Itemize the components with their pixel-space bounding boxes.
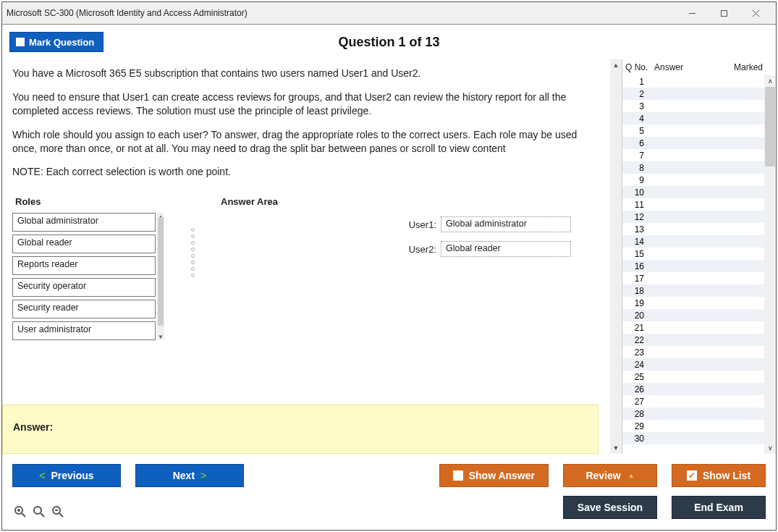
sidebar-row[interactable]: 16: [622, 260, 776, 272]
sidebar-row[interactable]: 12: [622, 211, 776, 223]
sidebar-row[interactable]: 30: [622, 432, 776, 444]
row-number: 26: [625, 384, 647, 394]
col-qno: Q No.: [625, 62, 654, 72]
question-list-sidebar: Q No. Answer Marked 12345678910111213141…: [622, 59, 776, 454]
role-item[interactable]: Global reader: [12, 235, 156, 253]
scroll-thumb[interactable]: [158, 217, 164, 326]
svg-point-8: [34, 507, 41, 514]
row-number: 6: [625, 138, 647, 148]
sidebar-row[interactable]: 9: [622, 174, 776, 186]
sidebar-row[interactable]: 29: [622, 420, 776, 432]
close-button[interactable]: [740, 2, 771, 24]
question-scrollbar[interactable]: ▲ ▼: [610, 59, 622, 454]
sidebar-row[interactable]: 6: [622, 137, 776, 149]
drop-row: User1: Global administrator: [409, 216, 571, 232]
sidebar-row[interactable]: 15: [622, 248, 776, 260]
sidebar-row[interactable]: 27: [622, 395, 776, 408]
row-number: 9: [625, 175, 647, 185]
scroll-up-icon[interactable]: ∧: [764, 75, 776, 87]
sidebar-row[interactable]: 23: [622, 346, 776, 358]
sidebar-row[interactable]: 1: [622, 75, 776, 88]
sidebar-row[interactable]: 5: [622, 124, 776, 137]
show-answer-button[interactable]: Show Answer: [439, 464, 549, 487]
minimize-button[interactable]: [676, 2, 708, 24]
drop-label: User2:: [409, 244, 436, 255]
roles-column: Roles Global administrator Global reader…: [12, 189, 164, 343]
sidebar-row[interactable]: 14: [622, 235, 776, 248]
sidebar-row[interactable]: 19: [622, 297, 776, 309]
question-paragraph: You need to ensure that User1 can create…: [12, 90, 600, 118]
sidebar-row[interactable]: 28: [622, 408, 776, 420]
drop-targets: User1: Global administrator User2: Globa…: [409, 216, 571, 266]
svg-line-11: [59, 513, 63, 517]
arrow-right-icon: >: [200, 470, 206, 481]
scroll-down-icon[interactable]: ∨: [764, 442, 776, 454]
header-row: Mark Question Question 1 of 13: [2, 25, 776, 59]
end-exam-button[interactable]: End Exam: [672, 496, 766, 519]
sidebar-scrollbar[interactable]: ∧ ∨: [764, 75, 776, 454]
row-number: 30: [625, 434, 647, 444]
question-body: You have a Microsoft 365 E5 subscription…: [2, 59, 610, 454]
row-number: 16: [625, 261, 647, 271]
sidebar-row[interactable]: 7: [622, 149, 776, 161]
answer-label: Answer:: [13, 421, 53, 433]
maximize-button[interactable]: [708, 2, 740, 24]
sidebar-row[interactable]: 4: [622, 112, 776, 124]
sidebar-row[interactable]: 17: [622, 272, 776, 284]
drop-slot-user1[interactable]: Global administrator: [441, 216, 571, 232]
sidebar-row[interactable]: 22: [622, 334, 776, 346]
row-number: 12: [625, 212, 647, 222]
roles-scrollbar[interactable]: ▲ ▼: [157, 213, 164, 340]
row-number: 7: [625, 151, 647, 161]
button-row-2: Save Session End Exam: [12, 494, 766, 521]
row-number: 27: [625, 397, 647, 407]
role-item[interactable]: User administrator: [12, 321, 156, 340]
role-item[interactable]: Reports reader: [12, 256, 156, 275]
row-number: 23: [625, 347, 647, 358]
show-list-button[interactable]: Show List: [672, 464, 766, 487]
role-item[interactable]: Security operator: [12, 278, 156, 297]
sidebar-row[interactable]: 20: [622, 309, 776, 321]
role-item[interactable]: Global administrator: [12, 213, 156, 232]
bottom-bar: < Previous Next > Show Answer Review ▲ S…: [2, 455, 776, 531]
review-label: Review: [585, 470, 620, 481]
previous-label: Previous: [51, 470, 94, 481]
save-session-button[interactable]: Save Session: [563, 496, 657, 519]
role-item[interactable]: Security reader: [12, 300, 156, 318]
sidebar-row[interactable]: 11: [622, 198, 776, 211]
row-number: 4: [625, 114, 647, 124]
zoom-in-icon[interactable]: [12, 504, 28, 520]
checkbox-checked-icon: [687, 470, 697, 481]
scroll-down-icon[interactable]: ▼: [157, 333, 164, 340]
sidebar-row[interactable]: 25: [622, 371, 776, 383]
svg-line-9: [41, 513, 44, 517]
scroll-thumb[interactable]: [765, 87, 775, 166]
drop-slot-user2[interactable]: Global reader: [441, 241, 571, 257]
review-button[interactable]: Review ▲: [563, 464, 657, 487]
sidebar-row[interactable]: 2: [622, 88, 776, 100]
sidebar-row[interactable]: 8: [622, 161, 776, 174]
scroll-down-icon[interactable]: ▼: [610, 442, 622, 454]
show-answer-label: Show Answer: [469, 470, 535, 481]
next-button[interactable]: Next >: [135, 464, 244, 487]
zoom-out-icon[interactable]: [50, 504, 66, 520]
sidebar-row[interactable]: 24: [622, 358, 776, 371]
row-number: 11: [625, 200, 647, 210]
row-number: 25: [625, 372, 647, 382]
sidebar-row[interactable]: 13: [622, 223, 776, 235]
zoom-reset-icon[interactable]: [31, 504, 47, 520]
svg-rect-1: [721, 10, 727, 16]
previous-button[interactable]: < Previous: [12, 464, 121, 487]
sidebar-row[interactable]: 26: [622, 383, 776, 395]
row-number: 2: [625, 89, 647, 99]
dropdown-icon: ▲: [628, 472, 635, 479]
scroll-up-icon[interactable]: ▲: [610, 59, 622, 71]
question-paragraph: NOTE: Each correct selection is worth on…: [12, 165, 600, 179]
sidebar-row[interactable]: 21: [622, 321, 776, 334]
sidebar-row[interactable]: 18: [622, 284, 776, 297]
sidebar-row[interactable]: 3: [622, 100, 776, 112]
titlebar: Microsoft SC-300 (Microsoft Identity and…: [2, 2, 776, 25]
sidebar-row[interactable]: 10: [622, 186, 776, 198]
drag-grip[interactable]: [186, 189, 199, 343]
svg-line-5: [22, 513, 25, 517]
